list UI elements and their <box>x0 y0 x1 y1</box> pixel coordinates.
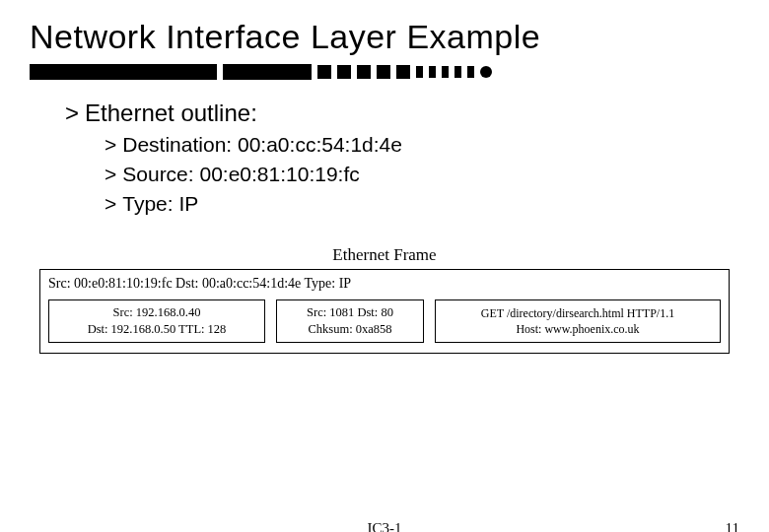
outline-item-text: Type: IP <box>122 192 198 215</box>
deco-bar <box>223 64 312 80</box>
ip-line: Src: 192.168.0.40 <box>55 304 258 321</box>
deco-bar <box>396 65 410 79</box>
ethernet-header-line: Src: 00:e0:81:10:19:fc Dst: 00:a0:cc:54:… <box>48 276 721 292</box>
deco-bar <box>467 66 474 78</box>
chevron-icon: > <box>65 100 79 127</box>
deco-bar <box>357 65 371 79</box>
tcp-box: Src: 1081 Dst: 80 Chksum: 0xa858 <box>276 299 424 343</box>
ip-line: Dst: 192.168.0.50 TTL: 128 <box>55 321 258 338</box>
deco-dot <box>480 66 492 78</box>
outline-item: >Source: 00:e0:81:10:19:fc <box>105 163 739 186</box>
outline-item-text: Source: 00:e0:81:10:19:fc <box>122 163 360 185</box>
frame-diagram: Ethernet Frame Src: 00:e0:81:10:19:fc Ds… <box>39 245 730 354</box>
deco-bar <box>30 64 217 80</box>
tcp-line: Chksum: 0xa858 <box>283 321 417 338</box>
tcp-line: Src: 1081 Dst: 80 <box>283 304 417 321</box>
deco-bar <box>429 66 436 78</box>
http-box: GET /directory/dirsearch.html HTTP/1.1 H… <box>435 299 721 343</box>
ip-box: Src: 192.168.0.40 Dst: 192.168.0.50 TTL:… <box>48 299 265 343</box>
outline-items: >Destination: 00:a0:cc:54:1d:4e >Source:… <box>65 133 739 216</box>
page-number: 11 <box>726 520 739 532</box>
deco-bar <box>337 65 351 79</box>
content-area: >Ethernet outline: >Destination: 00:a0:c… <box>30 100 739 216</box>
outline-heading: >Ethernet outline: <box>65 100 739 127</box>
deco-bar <box>454 66 461 78</box>
outline-heading-text: Ethernet outline: <box>85 100 257 126</box>
ethernet-frame-box: Src: 00:e0:81:10:19:fc Dst: 00:a0:cc:54:… <box>39 269 730 354</box>
decorative-band <box>30 62 739 82</box>
chevron-icon: > <box>105 133 116 157</box>
deco-bar <box>377 65 390 79</box>
deco-bar <box>442 66 449 78</box>
frame-label: Ethernet Frame <box>39 245 730 265</box>
http-line: GET /directory/dirsearch.html HTTP/1.1 <box>442 305 714 321</box>
chevron-icon: > <box>105 192 116 216</box>
deco-bar <box>416 66 423 78</box>
slide: Network Interface Layer Example >Etherne… <box>0 0 769 354</box>
slide-title: Network Interface Layer Example <box>30 18 739 56</box>
deco-bar <box>317 65 331 79</box>
outline-item: >Destination: 00:a0:cc:54:1d:4e <box>105 133 739 157</box>
outline-item: >Type: IP <box>105 192 739 216</box>
outline-item-text: Destination: 00:a0:cc:54:1d:4e <box>122 133 402 156</box>
footer-center: IC3-1 <box>368 520 402 532</box>
chevron-icon: > <box>105 163 116 186</box>
http-line: Host: www.phoenix.co.uk <box>442 321 714 337</box>
inner-row: Src: 192.168.0.40 Dst: 192.168.0.50 TTL:… <box>48 299 721 343</box>
